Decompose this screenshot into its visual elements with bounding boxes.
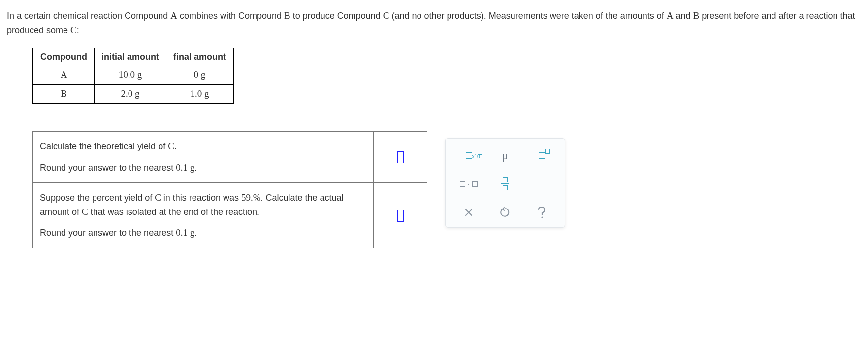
compound-c: C [383,10,389,21]
fraction-button[interactable] [490,177,520,190]
col-compound: Compound [33,48,94,66]
mu-button[interactable]: μ [490,146,520,164]
table-header-row: Compound initial amount final amount [33,48,233,66]
square-icon [478,150,482,155]
undo-icon [500,207,511,218]
table-row: B 2.0 g 1.0 g [33,84,233,103]
q1-text: Round your answer to the nearest [40,163,176,173]
q2-text: that was isolated at the end of the reac… [88,207,259,217]
compound-b: B [284,10,290,21]
square-icon [545,149,550,154]
precision: 0.1 g [176,227,194,238]
question-2-prompt: Suppose the percent yield of C in this r… [33,183,374,248]
table-row: A 10.0 g 0 g [33,66,233,85]
q2-text: Round your answer to the nearest [40,228,176,238]
mu-icon: μ [502,146,509,164]
square-icon [472,181,478,187]
q1-text: . [194,163,197,173]
multiply-dot-button[interactable]: · [454,176,483,191]
cell-final: 0 g [166,66,233,85]
cell-initial: 10.0 g [94,66,166,85]
compound-b: B [693,10,700,21]
col-initial: initial amount [94,48,166,66]
square-icon [460,181,465,187]
intro-text: : [77,25,79,35]
q1-text: Calculate the theoretical yield of [40,141,168,151]
question-row-2: Suppose the percent yield of C in this r… [33,183,427,248]
question-1-prompt: Calculate the theoretical yield of C. Ro… [33,132,374,183]
amounts-table: Compound initial amount final amount A 1… [32,48,234,104]
compound-c: C [155,192,161,203]
help-button[interactable] [527,206,556,219]
undo-button[interactable] [490,207,520,218]
answer-cell-1[interactable] [374,132,427,183]
square-icon [503,177,508,182]
intro-text: to produce Compound [290,11,383,21]
cell-initial: 2.0 g [94,84,166,103]
answer-input-placeholder[interactable] [397,210,404,222]
problem-intro: In a certain chemical reaction Compound … [7,9,861,37]
compound-c: C [168,141,174,151]
fraction-bar-icon [501,183,509,184]
question-row-1: Calculate the theoretical yield of C. Ro… [33,132,427,183]
square-icon [539,152,545,159]
x-icon [464,208,473,217]
scientific-notation-button[interactable]: x10 [454,148,483,163]
compound-c: C [70,25,77,35]
intro-text: (and no other products). Measurements we… [389,11,667,21]
clear-button[interactable] [454,208,483,217]
precision: 0.1 g [176,162,194,173]
percent-value: 59.% [241,192,261,203]
square-icon [466,152,472,159]
compound-c: C [82,207,88,217]
answer-cell-2[interactable] [374,183,427,248]
answer-input-placeholder[interactable] [397,151,404,163]
symbol-palette: x10 μ · [445,138,565,228]
col-final: final amount [166,48,233,66]
compound-a: A [667,10,674,21]
svg-point-2 [541,216,543,218]
q2-text: in this reaction was [161,193,241,203]
cell-compound: B [33,84,94,103]
intro-text: In a certain chemical reaction Compound [7,11,170,21]
compound-a: A [170,10,177,21]
question-table: Calculate the theoretical yield of C. Ro… [32,131,427,248]
intro-text: combines with Compound [177,11,284,21]
q1-text: . [174,141,177,151]
question-mark-icon [537,206,547,219]
dot-icon: · [467,176,470,191]
q2-text: Suppose the percent yield of [40,193,155,203]
square-icon [503,185,508,190]
q2-text: . [194,228,197,238]
cell-final: 1.0 g [166,84,233,103]
intro-text: and [674,11,693,21]
cell-compound: A [33,66,94,85]
exponent-button[interactable] [527,148,556,163]
